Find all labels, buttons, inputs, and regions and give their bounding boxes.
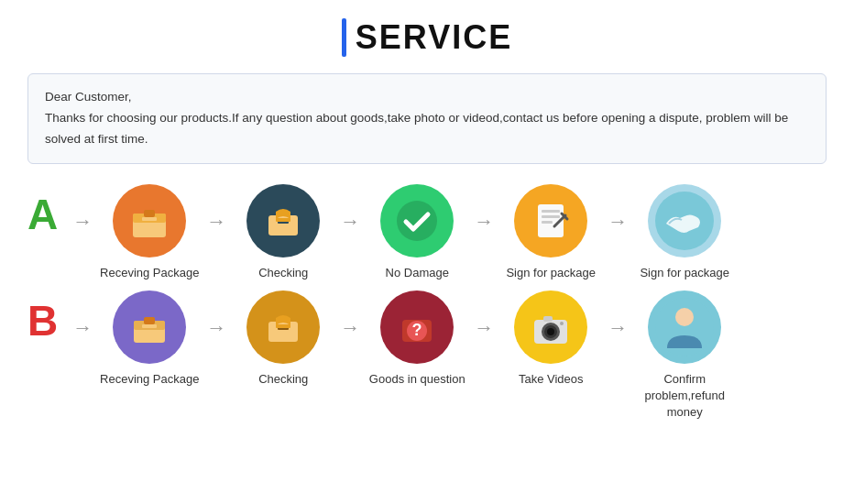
svg-point-7: [397, 201, 437, 241]
arrow-b1: →: [206, 316, 226, 340]
arrow-b3: →: [474, 316, 494, 340]
svg-point-30: [560, 322, 564, 325]
notice-box: Dear Customer, Thanks for choosing our p…: [27, 73, 827, 164]
svg-rect-9: [542, 210, 560, 213]
icon-a1: [113, 184, 186, 257]
svg-rect-3: [142, 217, 157, 221]
arrow-a1: →: [206, 210, 226, 234]
svg-rect-29: [543, 316, 553, 322]
label-a3: No Damage: [386, 265, 449, 281]
label-b1: Receving Package: [100, 371, 199, 388]
flow-row-a: A → Receving Package →: [27, 184, 827, 281]
page-title: SERVICE: [356, 18, 512, 57]
icon-b3: ?: [380, 290, 454, 364]
label-b3: Goods in question: [369, 371, 465, 388]
letter-a: A: [27, 193, 58, 236]
icon-a4: [514, 184, 587, 257]
step-a1: Receving Package: [94, 184, 204, 281]
step-a2: Checking: [228, 184, 338, 281]
svg-point-28: [547, 328, 554, 335]
flow-row-b: B → Receving Package →: [27, 290, 827, 422]
step-a5: Sign for package: [630, 184, 739, 281]
label-a1: Receving Package: [100, 265, 199, 281]
flow-steps-b: Receving Package → Checking →: [94, 290, 827, 422]
arrow-a4: →: [608, 210, 628, 234]
notice-line1: Dear Customer,: [45, 87, 809, 108]
arrow-b0: →: [72, 316, 93, 340]
svg-rect-10: [542, 215, 560, 218]
icon-b2: [246, 290, 320, 364]
letter-b: B: [27, 300, 58, 342]
label-b2: Checking: [258, 371, 308, 388]
svg-text:?: ?: [412, 321, 422, 339]
icon-a5: [648, 184, 721, 257]
step-b2: Checking: [228, 290, 338, 388]
notice-line2: Thanks for choosing our products.If any …: [45, 108, 809, 150]
label-a2: Checking: [258, 265, 308, 281]
title-bar: [342, 18, 346, 57]
step-b3: ? Goods in question: [362, 290, 472, 388]
step-b1: Receving Package: [94, 290, 204, 388]
icon-a2: [246, 184, 320, 257]
svg-rect-6: [276, 218, 290, 222]
step-a4: Sign for package: [496, 184, 606, 281]
svg-point-32: [675, 308, 694, 326]
svg-rect-11: [542, 221, 553, 224]
icon-b5: [648, 290, 721, 364]
arrow-b4: →: [608, 316, 628, 340]
label-a5: Sign for package: [640, 265, 729, 281]
svg-rect-17: [144, 317, 155, 324]
arrow-b2: →: [340, 316, 360, 340]
arrow-a3: →: [474, 210, 494, 234]
icon-b1: [113, 290, 186, 364]
svg-rect-18: [142, 324, 157, 328]
icon-a3: [380, 184, 454, 257]
page: SERVICE Dear Customer, Thanks for choosi…: [0, 0, 854, 504]
title-row: SERVICE: [27, 18, 827, 57]
label-b4: Take Videos: [519, 371, 584, 388]
label-b5: Confirm problem,refund money: [630, 371, 739, 422]
step-b5: Confirm problem,refund money: [630, 290, 739, 422]
arrow-a2: →: [340, 210, 360, 234]
svg-rect-2: [144, 210, 155, 217]
flow-steps-a: Receving Package → Checking →: [94, 184, 827, 281]
step-a3: No Damage: [362, 184, 472, 281]
step-b4: Take Videos: [496, 290, 606, 388]
icon-b4: [514, 290, 587, 364]
arrow-a0: →: [72, 210, 93, 234]
label-a4: Sign for package: [506, 265, 596, 281]
svg-rect-21: [276, 324, 290, 328]
